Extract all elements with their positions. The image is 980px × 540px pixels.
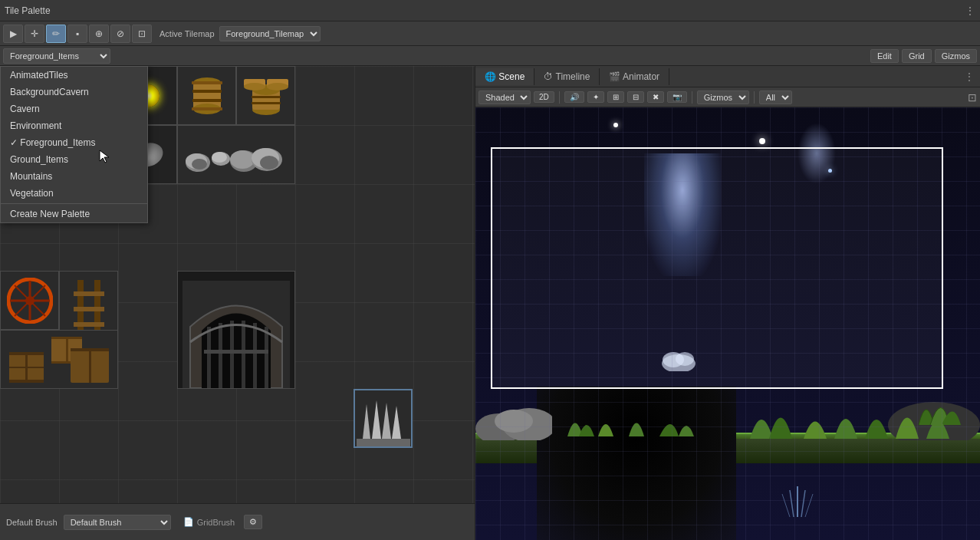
tile-cell-rocks[interactable] [177,125,295,184]
scene-btn-5[interactable]: ✖ [647,91,664,103]
create-new-palette-item[interactable]: Create New Palette [1,206,147,222]
dropdown-item-ground-items[interactable]: Ground_Items [1,151,147,168]
brush-label: Default Brush [6,518,58,527]
separator-1 [559,91,560,104]
layers-select[interactable]: All [759,91,792,104]
script-settings-button[interactable]: ⚙ [244,515,262,529]
scene-viewport[interactable] [475,107,980,540]
svg-rect-46 [230,321,234,388]
tab-scene-label: Scene [498,71,525,82]
svg-rect-7 [192,107,222,110]
dropdown-item-environment[interactable]: Environment [1,117,147,134]
svg-point-74 [676,352,694,366]
tools-toolbar: ▶ ✛ ✏ ▪ ⊕ ⊘ ⊡ Active Tilemap Foreground_… [0,21,980,46]
svg-point-70 [495,410,533,433]
svg-rect-39 [74,322,104,327]
dropdown-divider [1,203,147,204]
paint-tool-button[interactable]: ✏ [46,25,66,43]
tab-scene[interactable]: 🌐 Scene [475,68,534,85]
star-3 [828,169,832,173]
water-fountain [774,479,821,517]
scene-toolbar: Shaded 2D 🔊 ✦ ⊞ ⊟ ✖ 📷 Gizmos All ⊡ [475,87,980,107]
tile-cell-crates[interactable] [0,330,118,389]
separator-3 [754,91,755,104]
svg-rect-5 [192,99,222,102]
svg-point-25 [230,150,255,169]
scene-btn-3[interactable]: ⊞ [607,91,624,103]
tile-grid[interactable]: AnimatedTiles BackgroundCavern Cavern En… [0,66,475,503]
svg-rect-62 [89,348,91,383]
tile-cell-barrel-single[interactable] [177,66,236,125]
svg-line-79 [805,494,813,517]
script-row: 📄 GridBrush [183,517,235,527]
scene-toolbar-menu-icon[interactable]: ⊡ [968,91,977,104]
pick-tool-button[interactable]: ⊕ [89,25,109,43]
svg-rect-6 [192,81,222,84]
effects-button[interactable]: ✦ [587,91,604,103]
dropdown-item-cavern[interactable]: Cavern [1,100,147,117]
audio-button[interactable]: 🔊 [564,91,584,103]
tile-palette-panel: AnimatedTiles BackgroundCavern Cavern En… [0,66,475,540]
tile-cell-tunnel[interactable] [177,271,295,389]
svg-rect-11 [252,96,281,98]
svg-rect-59 [66,337,68,364]
platform-vegetation [560,406,713,436]
palette-dropdown-menu[interactable]: AnimatedTiles BackgroundCavern Cavern En… [0,66,148,223]
2d-button[interactable]: 2D [534,91,554,103]
cloud-puff [659,348,698,371]
tab-animator[interactable]: 🎬 Animator [600,68,669,85]
gizmos-button[interactable]: Gizmos [935,49,977,63]
palette-toolbar: Foreground_Items Edit Grid Gizmos [0,46,980,66]
edit-button[interactable]: Edit [870,49,899,63]
brush-select[interactable]: Default Brush [64,515,171,530]
scene-menu-icon[interactable]: ⋮ [959,68,980,85]
left-rocks [475,402,552,440]
move-tool-button[interactable]: ✛ [25,25,44,43]
svg-rect-44 [207,327,211,388]
svg-rect-37 [74,291,104,296]
scene-panel: 🌐 Scene ⏱ Timeline 🎬 Animator ⋮ Shaded 2… [475,66,980,540]
svg-marker-67 [392,406,401,439]
shading-select[interactable]: Shaded [478,91,531,104]
dropdown-item-vegetation[interactable]: Vegetation [1,185,147,202]
gizmos-select[interactable]: Gizmos [697,91,749,104]
bottom-bar: Default Brush Default Brush 📄 GridBrush … [0,503,475,540]
tile-cell-barrel-stack[interactable] [236,66,295,125]
svg-rect-12 [252,102,281,104]
erase-tool-button[interactable]: ⊘ [110,25,130,43]
tab-timeline[interactable]: ⏱ Timeline [534,68,600,85]
box-fill-tool-button[interactable]: ▪ [67,25,87,43]
scene-btn-6[interactable]: 📷 [667,91,687,103]
svg-rect-49 [265,327,268,388]
tile-cell-wheel[interactable] [0,271,59,330]
select-tool-button[interactable]: ▶ [3,25,23,43]
fill-tool-button[interactable]: ⊡ [132,25,152,43]
grid-button[interactable]: Grid [902,49,932,63]
tab-timeline-icon: ⏱ [544,71,555,82]
tile-cell-spikes-selected[interactable] [354,389,413,448]
scene-btn-4[interactable]: ⊟ [627,91,644,103]
tab-animator-icon: 🎬 [609,71,623,82]
dropdown-item-animatedtiles[interactable]: AnimatedTiles [1,67,147,84]
svg-marker-65 [372,400,381,439]
main-layout: AnimatedTiles BackgroundCavern Cavern En… [0,66,980,540]
palette-dropdown[interactable]: Foreground_Items [3,48,110,64]
svg-line-76 [790,490,794,517]
tab-scene-icon: 🌐 [485,71,498,82]
dropdown-item-mountains[interactable]: Mountains [1,168,147,185]
svg-marker-66 [382,403,391,439]
svg-rect-45 [219,323,222,388]
tab-animator-label: Animator [623,71,659,82]
window-menu-icon[interactable]: ⋮ [965,5,975,17]
separator-2 [692,91,692,104]
active-tilemap-label: Active Tilemap [159,29,215,38]
svg-point-18 [267,83,288,91]
star-1 [613,123,618,127]
svg-line-77 [801,490,805,517]
svg-point-15 [244,83,265,91]
svg-rect-63 [357,439,410,446]
active-tilemap-select[interactable]: Foreground_Tilemap [219,26,321,41]
dropdown-item-foreground-items[interactable]: Foreground_Items [1,134,147,151]
svg-point-28 [260,156,278,170]
dropdown-item-backgroundcavern[interactable]: BackgroundCavern [1,84,147,100]
